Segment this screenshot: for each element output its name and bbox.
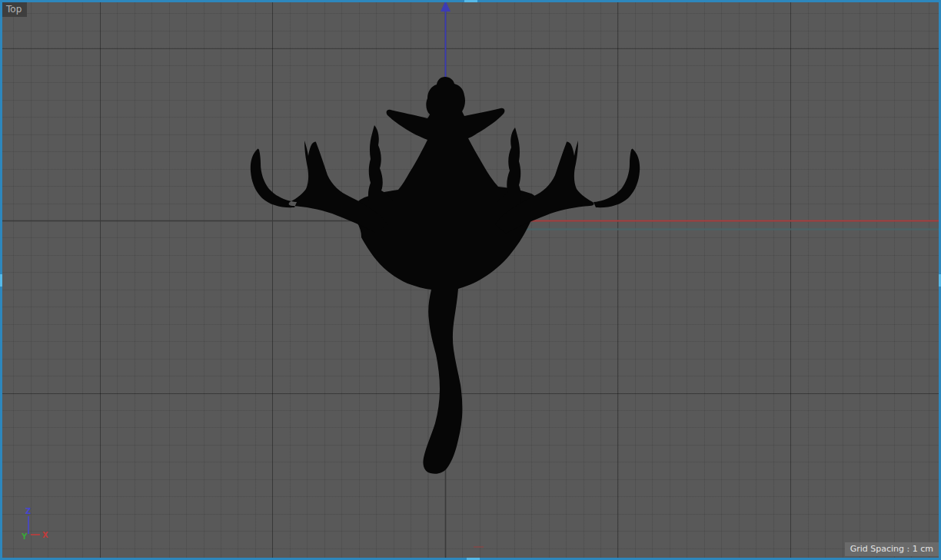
model-silhouette-left-claw[interactable] [251,141,387,234]
grid-spacing-status-label: Grid Spacing : 1 cm [845,542,939,556]
axis-z-arrowhead-icon [441,1,451,12]
viewport-view-name-label: Top [2,2,27,17]
model-silhouette-body[interactable] [356,77,537,474]
bottom-axis-artifact [474,546,484,548]
model-silhouette-left-spike[interactable] [368,125,393,201]
viewport-top-view[interactable]: Z X Y Top Grid Spacing : 1 cm [0,0,941,560]
gizmo-y-label: Y [21,532,28,541]
viewport-splitter-handle-left[interactable] [0,274,2,287]
gizmo-x-label: X [42,531,48,539]
gizmo-z-label: Z [25,507,31,515]
axis-gizmo: Z X Y [3,501,57,547]
viewport-splitter-handle-top[interactable] [464,0,477,2]
scene-canvas [0,0,941,560]
